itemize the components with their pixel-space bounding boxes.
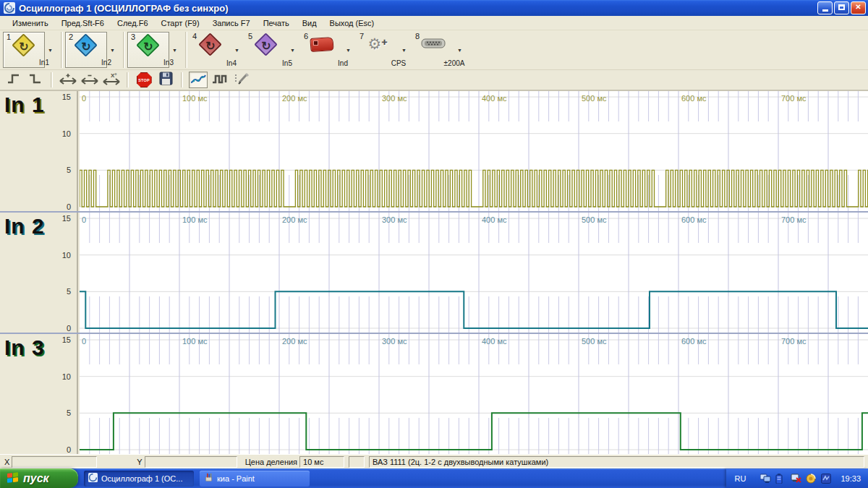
app-tray-icon[interactable]	[821, 474, 832, 484]
svg-text:500 мс: 500 мс	[582, 337, 607, 346]
channel-button-group-Ind: 6Ind▼	[301, 32, 352, 68]
menu-item-6[interactable]: Печать	[257, 17, 296, 30]
channel-dropdown-±200A[interactable]: ▼	[456, 44, 464, 56]
channel-dropdown-In1[interactable]: ▼	[46, 44, 54, 56]
channel-button-CPS[interactable]: 7⚙✚CPS	[357, 32, 399, 68]
channel-in1-plot[interactable]: 0100 мс200 мс300 мс400 мс500 мс600 мс700…	[80, 91, 868, 211]
channel-button-group-CPS: 7⚙✚CPS▼	[357, 32, 408, 68]
svg-text:400 мс: 400 мс	[482, 215, 507, 224]
stop-button[interactable]: STOP	[135, 72, 153, 88]
menu-item-7[interactable]: Вид	[296, 17, 323, 30]
svg-text:700 мс: 700 мс	[781, 215, 807, 224]
y-tick-label: 10	[62, 251, 71, 260]
channel-button-In3[interactable]: 3↻In3	[127, 32, 169, 68]
channel-number: 6	[304, 32, 308, 40]
save-button[interactable]	[156, 72, 175, 88]
wave-digital-button[interactable]	[210, 72, 229, 88]
wave-analog-icon	[190, 73, 206, 87]
hexpand-x-button[interactable]: X°	[102, 72, 121, 88]
channel-in2-plot[interactable]: 0100 мс200 мс300 мс400 мс500 мс600 мс700…	[80, 213, 868, 333]
channel-button-group-In3: 3↻In3▼	[127, 32, 179, 68]
y-tick-label: 15	[62, 93, 71, 101]
y-tick-label: 15	[62, 214, 71, 223]
svg-text:700 мс: 700 мс	[781, 337, 807, 346]
toolbar-separator	[181, 72, 183, 87]
minimize-button[interactable]	[817, 1, 833, 14]
channel-button-In1[interactable]: 1↻In1	[3, 32, 45, 68]
channel-dropdown-In4[interactable]: ▼	[233, 44, 241, 56]
channel-number: 8	[415, 32, 420, 40]
channel-button-In2[interactable]: 2↻In2	[65, 32, 107, 68]
title-bar: Осциллограф 1 (ОСЦИЛЛОГРАФ без синхро) ✕	[0, 0, 868, 16]
volume-tray-icon[interactable]	[806, 474, 817, 484]
channel-dropdown-In5[interactable]: ▼	[289, 44, 297, 56]
battery-tray-icon[interactable]	[775, 474, 786, 484]
probe-diamond-icon: ↻	[74, 35, 98, 56]
channel-button-±200A[interactable]: 8±200A	[412, 32, 454, 68]
edge-rise-button[interactable]	[4, 72, 23, 88]
network-disconnected-icon[interactable]	[791, 474, 801, 484]
channel-dropdown-In2[interactable]: ▼	[109, 44, 116, 56]
restore-button[interactable]	[834, 1, 849, 14]
channel-in2-panel: In 2 151050	[0, 213, 78, 333]
svg-text:500 мс: 500 мс	[582, 94, 607, 103]
menu-item-1[interactable]: Изменить	[6, 17, 55, 30]
channel-button-In4[interactable]: 4↻In4	[190, 32, 231, 68]
stop-icon: STOP	[137, 72, 152, 87]
channel-in3-plot[interactable]: 0100 мс200 мс300 мс400 мс500 мс600 мс700…	[80, 334, 868, 454]
channel-in1: In 1 151050 0100 мс200 мс300 мс400 мс500…	[0, 90, 868, 211]
menu-item-3[interactable]: След.F6	[111, 17, 155, 30]
channel-dropdown-CPS[interactable]: ▼	[400, 44, 408, 56]
svg-text:100 мс: 100 мс	[182, 94, 208, 103]
close-button[interactable]: ✕	[851, 1, 866, 14]
menu-item-5[interactable]: Запись F7	[206, 17, 257, 30]
wave-analog-button[interactable]	[189, 72, 208, 88]
svg-text:0: 0	[82, 337, 86, 346]
channel-button-Ind[interactable]: 6Ind	[301, 32, 343, 68]
channel-dropdown-Ind[interactable]: ▼	[344, 44, 352, 56]
channel-dropdown-In3[interactable]: ▼	[171, 44, 179, 56]
windows-flag-icon	[7, 472, 19, 484]
hexpand-plus-button[interactable]	[59, 72, 77, 88]
menu-item-2[interactable]: Пред.Sft-F6	[55, 17, 111, 30]
probe-diamond-icon: ↻	[12, 35, 36, 56]
display-tray-icon[interactable]	[760, 474, 771, 484]
channel-button-In5[interactable]: 5↻In5	[245, 32, 287, 68]
pen-button[interactable]	[232, 72, 251, 88]
taskbar-clock[interactable]: 19:33	[841, 474, 861, 483]
y-tick-label: 10	[62, 372, 71, 381]
menu-bar: ИзменитьПред.Sft-F6След.F6Старт (F9)Запи…	[0, 16, 868, 30]
probe-diamond-icon: ↻	[136, 35, 161, 56]
svg-text:600 мс: 600 мс	[681, 94, 707, 103]
window-title: Осциллограф 1 (ОСЦИЛЛОГРАФ без синхро)	[19, 3, 817, 14]
taskbar-item-paint[interactable]: киа - Paint	[200, 471, 310, 487]
channel-button-label: ±200A	[433, 59, 475, 67]
channel-toolbar: 1↻In1▼2↻In2▼3↻In3▼4↻In4▼5↻In5▼6Ind▼7⚙✚CP…	[0, 30, 868, 70]
channel-in2-label: In 2	[4, 214, 45, 239]
hexpand-minus-button[interactable]	[80, 72, 99, 88]
taskbar-item-oscilloscope[interactable]: Осциллограф 1 (ОС...	[84, 471, 194, 487]
wave-digital-icon	[212, 73, 228, 87]
channel-number: 1	[7, 33, 11, 41]
channel-button-group-In4: 4↻In4▼	[190, 32, 241, 68]
pen-icon	[234, 72, 250, 88]
scope-area: In 1 151050 0100 мс200 мс300 мс400 мс500…	[0, 90, 868, 454]
division-value: 10 мс	[299, 456, 344, 468]
inductive-clamp-icon	[309, 36, 335, 53]
channel-number: 4	[192, 32, 197, 40]
menu-item-4[interactable]: Старт (F9)	[155, 17, 206, 30]
language-indicator[interactable]: RU	[735, 474, 746, 483]
start-button[interactable]: пуск	[0, 468, 78, 488]
paint-task-icon	[204, 473, 213, 484]
menu-item-8[interactable]: Выход (Esc)	[323, 17, 381, 30]
status-bar: X Y Цена деления 10 мс ВАЗ 1111 (2ц. 1-2…	[0, 454, 868, 468]
toolbar-separator	[127, 72, 129, 87]
y-tick-label: 10	[62, 129, 71, 138]
edge-fall-button[interactable]	[26, 72, 45, 88]
channel-in1-panel: In 1 151050	[0, 91, 78, 211]
svg-text:200 мс: 200 мс	[282, 215, 307, 224]
y-tick-label: 5	[67, 287, 71, 296]
svg-text:600 мс: 600 мс	[681, 337, 707, 346]
toolbar-separator	[51, 72, 53, 87]
svg-text:500 мс: 500 мс	[582, 215, 607, 224]
